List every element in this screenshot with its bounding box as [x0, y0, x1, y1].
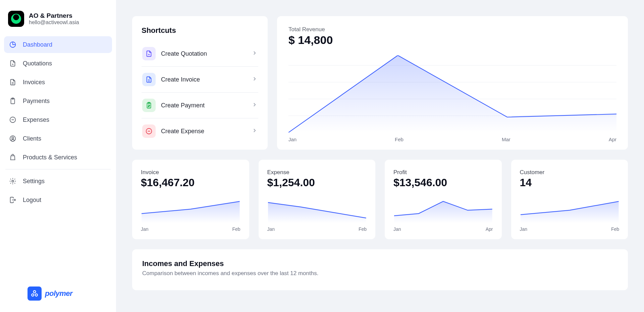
document-text-icon [9, 78, 17, 86]
shortcut-create-expense[interactable]: Create Expense [142, 118, 258, 144]
svg-point-9 [35, 294, 38, 296]
document-text-icon [142, 73, 156, 86]
logout-icon [9, 196, 17, 204]
sidebar-item-clients[interactable]: Clients [4, 130, 112, 147]
kpi-x-axis: JanFeb [267, 226, 367, 232]
shortcuts-title: Shortcuts [142, 26, 258, 35]
nav-divider [5, 169, 111, 169]
svg-point-7 [34, 291, 36, 293]
x-tick: Jan [393, 226, 401, 232]
sidebar-item-label: Products & Services [23, 154, 77, 161]
kpi-value: $16,467.20 [141, 176, 240, 189]
shortcut-create-invoice[interactable]: Create Invoice [142, 66, 258, 92]
shopping-bag-icon [9, 153, 17, 161]
nav-secondary: SettingsLogout [4, 173, 112, 208]
sidebar-item-label: Invoices [23, 79, 45, 86]
shortcut-label: Create Quotation [161, 50, 246, 57]
svg-point-8 [32, 294, 34, 296]
sidebar-item-quotations[interactable]: Quotations [4, 55, 112, 72]
kpi-card-profit: Profit$13,546.00JanApr [385, 160, 502, 239]
shortcut-label: Create Invoice [161, 76, 246, 83]
clipboard-icon [9, 97, 17, 105]
kpi-x-axis: JanFeb [520, 226, 620, 232]
incomes-title: Incomes and Expenses [142, 259, 618, 268]
x-tick: Apr [609, 137, 616, 142]
clipboard-money-icon [142, 99, 156, 112]
kpi-x-axis: JanFeb [141, 226, 240, 232]
kpi-card-customer: Customer14JanFeb [511, 160, 628, 239]
sidebar-item-products-services[interactable]: Products & Services [4, 149, 112, 166]
org-logo [8, 11, 24, 27]
brand[interactable]: polymer [4, 287, 112, 304]
sidebar-item-label: Logout [23, 197, 41, 204]
kpi-label: Customer [520, 169, 620, 176]
kpi-sparkline [520, 200, 620, 223]
x-tick: Jan [141, 226, 149, 232]
sidebar-item-label: Settings [23, 178, 45, 185]
kpi-x-axis: JanApr [393, 226, 493, 232]
shortcut-create-payment[interactable]: Create Payment [142, 92, 258, 118]
chevron-right-icon [252, 76, 258, 83]
sidebar-item-invoices[interactable]: Invoices [4, 74, 112, 91]
shortcut-create-quotation[interactable]: Create Quotation [142, 41, 258, 66]
x-tick: Mar [502, 137, 511, 142]
x-tick: Feb [359, 226, 367, 232]
chevron-right-icon [252, 127, 258, 135]
revenue-label: Total Revenue [288, 26, 616, 33]
kpi-sparkline [141, 200, 240, 223]
kpi-card-expense: Expense$1,254.00JanFeb [259, 160, 376, 239]
org-email: hello@activeowl.asia [29, 19, 79, 25]
document-edit-icon [142, 47, 156, 60]
sidebar-item-payments[interactable]: Payments [4, 93, 112, 109]
sidebar-item-logout[interactable]: Logout [4, 192, 112, 208]
sidebar-item-label: Expenses [23, 116, 49, 123]
kpi-card-invoice: Invoice$16,467.20JanFeb [132, 160, 249, 239]
sidebar-item-expenses[interactable]: Expenses [4, 111, 112, 128]
gear-icon [9, 177, 17, 185]
kpi-value: $1,254.00 [267, 176, 367, 189]
incomes-expenses-card: Incomes and Expenses Comparison between … [132, 249, 628, 290]
x-tick: Feb [611, 226, 619, 232]
brand-logo-icon [28, 287, 42, 301]
chevron-right-icon [252, 102, 258, 109]
shortcut-label: Create Payment [161, 102, 246, 109]
sidebar-item-label: Quotations [23, 60, 52, 67]
svg-point-5 [12, 137, 14, 139]
sidebar-item-label: Payments [23, 98, 50, 105]
x-tick: Jan [520, 226, 528, 232]
x-tick: Jan [288, 137, 297, 142]
sidebar-item-dashboard[interactable]: Dashboard [4, 36, 112, 53]
kpi-label: Invoice [141, 169, 240, 176]
user-circle-icon [9, 135, 17, 143]
svg-point-6 [12, 180, 14, 182]
org-name: AO & Partners [29, 12, 79, 20]
incomes-subtitle: Comparison between incomes and expenses … [142, 270, 618, 277]
chevron-right-icon [252, 50, 258, 57]
sidebar: AO & Partners hello@activeowl.asia Dashb… [0, 0, 116, 312]
x-tick: Feb [232, 226, 240, 232]
nav-primary: DashboardQuotationsInvoicesPaymentsExpen… [4, 36, 112, 166]
kpi-sparkline [393, 200, 493, 223]
minus-circle-icon [9, 116, 17, 124]
x-tick: Feb [395, 137, 404, 142]
document-edit-icon [9, 59, 17, 67]
revenue-card: Total Revenue $ 14,800 [277, 16, 628, 150]
sidebar-item-label: Clients [23, 135, 41, 142]
main-content: Shortcuts Create QuotationCreate Invoice… [116, 0, 644, 312]
kpi-value: 14 [520, 176, 620, 189]
org-block[interactable]: AO & Partners hello@activeowl.asia [4, 11, 112, 36]
revenue-chart [288, 55, 616, 133]
minus-circle-icon [142, 124, 156, 138]
shortcuts-card: Shortcuts Create QuotationCreate Invoice… [132, 16, 268, 150]
brand-name: polymer [45, 289, 72, 298]
x-tick: Apr [486, 226, 493, 232]
x-tick: Jan [267, 226, 275, 232]
sidebar-item-label: Dashboard [23, 41, 52, 48]
kpi-label: Profit [393, 169, 493, 176]
sidebar-item-settings[interactable]: Settings [4, 173, 112, 190]
kpi-value: $13,546.00 [393, 176, 493, 189]
revenue-x-axis: JanFebMarApr [288, 137, 616, 142]
kpi-sparkline [267, 200, 367, 223]
pie-chart-icon [9, 41, 17, 49]
shortcut-label: Create Expense [161, 128, 246, 135]
